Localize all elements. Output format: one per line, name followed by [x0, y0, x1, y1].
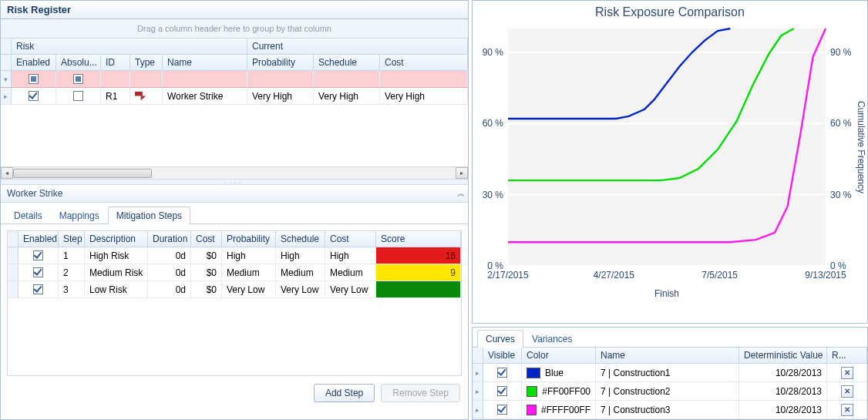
svg-rect-0 — [508, 29, 826, 266]
m-col-dur[interactable]: Duration — [148, 231, 191, 247]
filter-row[interactable]: ▾ — [1, 71, 468, 88]
svg-text:60 %: 60 % — [830, 118, 852, 129]
cell-prob[interactable]: Very High — [247, 88, 314, 104]
row-indicator: ▸ — [1, 88, 12, 104]
grid-h-scrollbar[interactable]: ◂ ▸ — [1, 166, 468, 179]
enabled-checkbox[interactable] — [29, 91, 39, 101]
remove-curve-button[interactable]: ✕ — [841, 385, 853, 398]
remove-curve-button[interactable]: ✕ — [841, 367, 853, 379]
m-col-score[interactable]: Score — [376, 231, 461, 247]
cell-sched[interactable]: Very High — [314, 88, 380, 104]
enabled-checkbox[interactable] — [33, 284, 43, 294]
tab-curves[interactable]: Curves — [477, 330, 523, 348]
svg-text:90 %: 90 % — [483, 47, 504, 58]
filter-enabled-checkbox[interactable] — [29, 75, 38, 83]
scroll-left-button[interactable]: ◂ — [1, 167, 13, 179]
thumb-down-icon — [135, 92, 146, 101]
table-row[interactable]: ▸#FFFF00FF7 | Construction310/28/2013✕ — [473, 401, 867, 419]
m-col-enabled[interactable]: Enabled — [19, 231, 59, 247]
table-row[interactable]: 1High Risk0d$0HighHighHigh16 — [8, 247, 461, 264]
color-swatch[interactable] — [527, 386, 537, 397]
tab-mappings[interactable]: Mappings — [51, 207, 108, 224]
m-col-cost2[interactable]: Cost — [325, 231, 376, 247]
mitigation-grid: Enabled Step Description Duration Cost P… — [7, 230, 462, 376]
tab-mitigation-steps[interactable]: Mitigation Steps — [108, 207, 190, 224]
col-probability[interactable]: Probability — [247, 55, 314, 70]
table-row[interactable]: 2Medium Risk0d$0MediumMediumMedium9 — [8, 264, 461, 281]
c-col-det[interactable]: Deterministic Value — [739, 348, 827, 363]
detail-title[interactable]: Worker Strike ︽ — [1, 185, 468, 203]
add-step-button[interactable]: Add Step — [314, 384, 375, 402]
c-col-visible[interactable]: Visible — [483, 348, 522, 363]
table-row[interactable]: 3Low Risk0d$0Very LowVery LowVery Low — [8, 281, 461, 298]
m-col-step[interactable]: Step — [59, 231, 85, 247]
col-cost[interactable]: Cost — [380, 55, 468, 70]
svg-text:60 %: 60 % — [483, 118, 504, 129]
chart-title: Risk Exposure Comparison — [473, 1, 867, 24]
absolute-checkbox[interactable] — [73, 91, 83, 101]
risk-register-panel: Risk Register Drag a column header here … — [0, 0, 469, 420]
remove-step-button[interactable]: Remove Step — [381, 384, 460, 402]
svg-text:Finish: Finish — [654, 288, 679, 299]
chart-panel: Risk Exposure Comparison 0 %0 %30 %30 %6… — [472, 0, 868, 324]
tab-details[interactable]: Details — [5, 207, 51, 224]
splitter-handle[interactable]: ···· — [1, 179, 468, 185]
c-col-r[interactable]: R... — [827, 348, 867, 363]
svg-text:Cumulative Frequency: Cumulative Frequency — [856, 101, 866, 193]
m-col-desc[interactable]: Description — [85, 231, 148, 247]
m-col-sched[interactable]: Schedule — [276, 231, 325, 247]
svg-text:90 %: 90 % — [830, 47, 852, 58]
chart-svg: 0 %0 %30 %30 %60 %60 %90 %90 %2/17/20154… — [473, 24, 866, 301]
cell-id[interactable]: R1 — [101, 88, 130, 104]
filter-row-indicator: ▾ — [1, 71, 12, 87]
group-by-hint[interactable]: Drag a column header here to group by th… — [1, 19, 468, 39]
table-row[interactable]: ▸Blue7 | Construction110/28/2013✕ — [473, 364, 867, 382]
color-swatch[interactable] — [527, 368, 540, 378]
row-header-cell — [1, 55, 12, 70]
tab-variances[interactable]: Variances — [523, 330, 580, 348]
filter-absolute-checkbox[interactable] — [74, 75, 82, 83]
svg-text:30 %: 30 % — [483, 190, 504, 200]
collapse-icon[interactable]: ︽ — [457, 188, 462, 199]
color-swatch[interactable] — [527, 405, 537, 415]
svg-text:9/13/2015: 9/13/2015 — [805, 270, 846, 281]
cell-name[interactable]: Worker Strike — [163, 88, 247, 104]
visible-checkbox[interactable] — [497, 405, 507, 415]
enabled-checkbox[interactable] — [33, 250, 43, 260]
curves-grid: Visible Color Name Deterministic Value R… — [473, 348, 867, 419]
row-header-cell — [1, 39, 12, 54]
right-panel: Risk Exposure Comparison 0 %0 %30 %30 %6… — [472, 0, 868, 420]
col-id[interactable]: ID — [101, 55, 130, 70]
risk-grid-span-header: Risk Current — [1, 39, 468, 55]
remove-curve-button[interactable]: ✕ — [841, 404, 853, 416]
scroll-right-button[interactable]: ▸ — [456, 167, 468, 179]
risk-register-title: Risk Register — [1, 1, 468, 19]
table-row[interactable]: ▸ R1 Worker Strike Very High Very High V… — [1, 88, 468, 105]
m-col-cost[interactable]: Cost — [191, 231, 222, 247]
table-row[interactable]: ▸#FF00FF007 | Construction210/28/2013✕ — [473, 382, 867, 401]
svg-text:4/27/2015: 4/27/2015 — [594, 270, 635, 281]
scroll-thumb[interactable] — [13, 169, 152, 178]
risk-grid: Risk Current Enabled Absolu... ID Type N… — [1, 39, 468, 179]
col-name[interactable]: Name — [163, 55, 247, 70]
detail-tabs: Details Mappings Mitigation Steps — [1, 203, 468, 224]
c-col-color[interactable]: Color — [522, 348, 596, 363]
visible-checkbox[interactable] — [497, 386, 507, 396]
cell-cost[interactable]: Very High — [380, 88, 468, 104]
col-schedule[interactable]: Schedule — [314, 55, 380, 70]
enabled-checkbox[interactable] — [33, 267, 43, 277]
svg-text:7/5/2015: 7/5/2015 — [701, 270, 738, 281]
m-col-prob[interactable]: Probability — [222, 231, 276, 247]
col-type[interactable]: Type — [130, 55, 163, 70]
visible-checkbox[interactable] — [497, 368, 507, 378]
c-col-name[interactable]: Name — [596, 348, 739, 363]
span-risk[interactable]: Risk — [12, 39, 247, 54]
cell-type[interactable] — [130, 88, 163, 104]
span-current[interactable]: Current — [247, 39, 468, 54]
curves-panel: Curves Variances Visible Color Name Dete… — [472, 327, 868, 420]
detail-title-text: Worker Strike — [7, 188, 62, 199]
risk-grid-header: Enabled Absolu... ID Type Name Probabili… — [1, 55, 468, 71]
svg-text:2/17/2015: 2/17/2015 — [487, 270, 529, 281]
col-absolute[interactable]: Absolu... — [56, 55, 101, 70]
col-enabled[interactable]: Enabled — [12, 55, 56, 70]
